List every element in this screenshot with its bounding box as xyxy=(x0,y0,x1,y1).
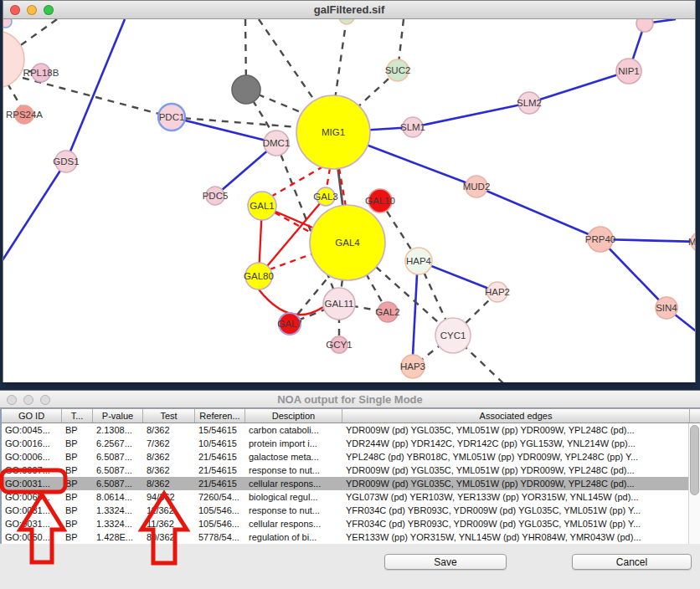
graph-window-titlebar[interactable]: galFiltered.sif xyxy=(3,1,695,19)
cell-r2-c2: 6.5087... xyxy=(93,450,143,464)
node-unnamed-top-right[interactable] xyxy=(636,19,653,32)
node-unnamed-gray[interactable] xyxy=(232,75,260,104)
save-button[interactable]: Save xyxy=(384,554,507,570)
cell-r7-c1: BP xyxy=(62,517,93,530)
column-header-5[interactable]: Desciption xyxy=(245,409,342,423)
node-label-GAL80: GAL80 xyxy=(244,271,274,281)
node-label-GAL7: GAL7 xyxy=(277,319,301,329)
cell-r0-c5: carbon cataboli... xyxy=(245,423,342,437)
node-label-MUD2: MUD2 xyxy=(463,182,491,192)
node-label-GAL1: GAL1 xyxy=(250,201,274,211)
cell-r1-c1: BP xyxy=(62,437,93,450)
table-row[interactable]: GO:0016...BP6.2567...7/36210/54615protei… xyxy=(2,437,700,450)
node-label-HAP3: HAP3 xyxy=(400,361,425,371)
node-label-GCY1: GCY1 xyxy=(326,340,352,350)
column-header-1[interactable]: T... xyxy=(62,409,93,423)
node-label-GAL2: GAL2 xyxy=(375,307,399,317)
table-scrollbar[interactable] xyxy=(688,423,700,544)
edge-pp[interactable] xyxy=(529,71,629,103)
table-row[interactable]: GO:0006...BP6.5087...8/36221/54615galact… xyxy=(2,450,700,464)
cell-r7-c4: 105/546... xyxy=(195,517,245,530)
edge-pp[interactable] xyxy=(66,19,125,161)
cell-r8-c2: 1.428E... xyxy=(93,530,143,544)
edge-pp[interactable] xyxy=(413,274,417,356)
cell-r4-c4: 21/54615 xyxy=(195,477,245,490)
cell-r2-c0: GO:0006... xyxy=(2,450,62,464)
cell-r2-c4: 21/54615 xyxy=(195,450,245,464)
cell-r0-c4: 15/54615 xyxy=(195,423,245,437)
cell-r0-c0: GO:0045... xyxy=(2,423,62,437)
edge-pd[interactable] xyxy=(335,19,347,100)
cell-r6-c4: 105/546... xyxy=(195,504,245,517)
noa-results-table: GO IDT...P-valueTestReferen...Desciption… xyxy=(0,408,700,544)
node-unnamed-green-top[interactable] xyxy=(339,19,354,24)
cell-r1-c2: 6.2567... xyxy=(93,437,143,450)
node-label-GDS1: GDS1 xyxy=(53,156,79,166)
column-header-6[interactable]: Associated edges xyxy=(342,409,690,423)
cell-r1-c6: YDR244W (pp) YDR142C, YDR142C (pp) YGL15… xyxy=(342,437,690,450)
cell-r5-c2: 8.0614... xyxy=(93,490,143,504)
cell-r2-c6: YPL248C (pd) YBR018C, YML051W (pp) YDR00… xyxy=(342,450,690,464)
scrollbar-thumb[interactable] xyxy=(690,425,699,495)
noa-window-title: NOA output for Single Mode xyxy=(0,391,700,408)
column-header-3[interactable]: Test xyxy=(143,409,195,423)
node-label-SLM2: SLM2 xyxy=(517,98,542,108)
edge-red[interactable] xyxy=(259,289,323,315)
table-row[interactable]: GO:0065...BP8.0614...94/3627260/54...bio… xyxy=(2,490,700,504)
cell-r8-c6: YER133W (pp) YOR315W, YNL145W (pd) YHR08… xyxy=(342,530,690,544)
cell-r6-c5: response to nut... xyxy=(245,504,342,517)
node-unnamed-top-left[interactable] xyxy=(3,19,12,28)
column-header-4[interactable]: Referen... xyxy=(195,409,245,423)
cancel-button[interactable]: Cancel xyxy=(572,554,692,570)
cell-r8-c3: 80/362 xyxy=(143,530,195,544)
column-header-2[interactable]: P-value xyxy=(93,409,143,423)
cell-r7-c2: 1.3324... xyxy=(93,517,143,530)
cell-r1-c0: GO:0016... xyxy=(2,437,62,450)
node-label-PRP40: PRP40 xyxy=(585,234,615,244)
node-unnamed-big-left[interactable] xyxy=(3,31,24,88)
node-label-GAL4: GAL4 xyxy=(335,238,360,248)
cell-r4-c0: GO:0031... xyxy=(2,477,62,490)
table-row[interactable]: GO:0007...BP6.5087...8/36221/54615respon… xyxy=(2,464,700,477)
edge-pp[interactable] xyxy=(3,161,66,260)
noa-window-titlebar[interactable]: NOA output for Single Mode xyxy=(0,391,700,408)
table-row[interactable]: GO:0050...BP1.428E...80/3625778/54...reg… xyxy=(2,530,700,544)
cell-r5-c0: GO:0065... xyxy=(2,490,62,504)
desktop: galFiltered.sif RPL18BRPS24AGDS1PDC1PDC5… xyxy=(0,0,700,589)
edge-pd[interactable] xyxy=(8,84,22,108)
node-label-SIN4: SIN4 xyxy=(656,303,677,313)
cell-r5-c6: YGL073W (pd) YER103W, YER133W (pp) YOR31… xyxy=(342,490,690,504)
cell-r1-c3: 7/362 xyxy=(143,437,195,450)
node-label-SUC2: SUC2 xyxy=(385,65,411,75)
cell-r3-c1: BP xyxy=(62,464,93,477)
cell-r0-c6: YDR009W (pd) YGL035C, YML051W (pp) YDR00… xyxy=(342,423,690,437)
node-label-CYC1: CYC1 xyxy=(440,330,466,341)
cell-r0-c1: BP xyxy=(62,423,93,437)
table-row[interactable]: GO:0045...BP2.1308...8/36215/54615carbon… xyxy=(2,423,700,437)
table-body: GO:0045...BP2.1308...8/36215/54615carbon… xyxy=(2,423,700,544)
cell-r1-c5: protein import i... xyxy=(245,437,342,450)
edge-pd[interactable] xyxy=(259,19,317,105)
table-row-selected[interactable]: GO:0031...BP6.5087...8/36221/54615cellul… xyxy=(2,477,700,490)
cell-r5-c4: 7260/54... xyxy=(195,490,245,504)
cell-r6-c0: GO:0031... xyxy=(2,504,62,517)
node-label-SLM1: SLM1 xyxy=(400,122,425,132)
column-header-0[interactable]: GO ID xyxy=(2,409,62,423)
node-label-HAP2: HAP2 xyxy=(485,287,510,297)
edge-pp[interactable] xyxy=(600,239,667,308)
cell-r3-c3: 8/362 xyxy=(143,464,195,477)
cell-r7-c5: cellular respons... xyxy=(245,517,342,530)
table-row[interactable]: GO:0031...BP1.3324...11/362105/546...cel… xyxy=(2,517,700,530)
edge-pp[interactable] xyxy=(413,103,529,127)
cell-r4-c5: cellular respons... xyxy=(245,477,342,490)
table-row[interactable]: GO:0031...BP1.3324...11/362105/546...res… xyxy=(2,504,700,517)
cell-r3-c4: 21/54615 xyxy=(195,464,245,477)
cell-r2-c3: 8/362 xyxy=(143,450,195,464)
edge-pp[interactable] xyxy=(476,187,600,239)
cell-r3-c5: response to nut... xyxy=(245,464,342,477)
cell-r3-c0: GO:0007... xyxy=(2,464,62,477)
cell-r3-c2: 6.5087... xyxy=(93,464,143,477)
node-label-MSL1: MSL1 xyxy=(688,237,695,247)
network-canvas[interactable]: RPL18BRPS24AGDS1PDC1PDC5DMC1MIG1SUC2SLM1… xyxy=(3,19,695,382)
button-bar: Save Cancel xyxy=(0,548,700,589)
